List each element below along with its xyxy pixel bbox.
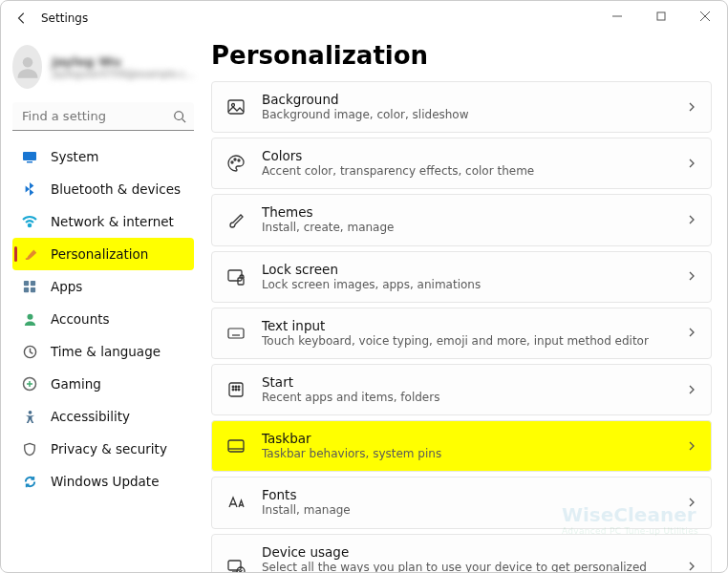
chevron-right-icon (686, 98, 697, 117)
svg-rect-18 (228, 100, 244, 114)
setting-title: Themes (262, 204, 671, 220)
svg-rect-8 (27, 161, 32, 163)
setting-item-start[interactable]: Start Recent apps and items, folders (211, 364, 712, 415)
chevron-right-icon (686, 494, 697, 512)
svg-rect-10 (24, 281, 29, 286)
search-input[interactable] (12, 102, 194, 131)
start-icon (225, 381, 246, 398)
setting-title: Fonts (262, 487, 671, 502)
sidebar-item-label: Network & internet (51, 214, 174, 229)
fonts-icon (225, 493, 246, 512)
svg-point-14 (27, 313, 32, 319)
setting-title: Text input (262, 318, 671, 333)
back-button[interactable] (9, 5, 35, 32)
avatar (12, 45, 42, 89)
shield-icon (22, 441, 37, 456)
setting-title: Colors (262, 148, 671, 163)
svg-point-19 (232, 104, 235, 107)
sidebar-item-network[interactable]: Network & internet (12, 205, 194, 238)
sidebar-item-accounts[interactable]: Accounts (12, 303, 194, 335)
close-button[interactable] (683, 1, 727, 32)
svg-point-36 (235, 389, 237, 391)
sidebar-item-system[interactable]: System (12, 140, 194, 173)
palette-icon (225, 154, 246, 173)
profile[interactable]: Jayleg Wu jayleguser0709@example.c... (12, 45, 194, 89)
setting-title: Device usage (262, 544, 671, 560)
svg-rect-13 (31, 287, 35, 292)
setting-desc: Background image, color, slideshow (262, 107, 671, 122)
setting-item-fonts[interactable]: Fonts Install, manage (211, 477, 712, 528)
main-content: Personalization Background Background im… (202, 35, 727, 572)
setting-desc: Accent color, transparency effects, colo… (262, 163, 671, 179)
setting-item-themes[interactable]: Themes Install, create, manage (211, 194, 712, 245)
setting-item-taskbar[interactable]: Taskbar Taskbar behaviors, system pins (211, 420, 712, 472)
setting-title: Taskbar (262, 431, 671, 446)
page-title: Personalization (211, 41, 712, 70)
keyboard-icon (225, 324, 246, 343)
clock-icon (22, 344, 37, 359)
profile-name: Jayleg Wu (52, 54, 194, 69)
sidebar-item-label: Personalization (51, 246, 148, 262)
svg-point-9 (29, 224, 32, 227)
search-icon (173, 109, 186, 127)
svg-point-34 (238, 386, 240, 388)
minimize-button[interactable] (595, 1, 639, 32)
setting-title: Start (262, 374, 671, 390)
sidebar-item-label: Time & language (51, 344, 161, 359)
svg-point-35 (232, 389, 234, 391)
setting-desc: Recent apps and items, folders (262, 390, 671, 405)
window-controls (595, 1, 727, 32)
sidebar: Jayleg Wu jayleguser0709@example.c... Sy… (1, 35, 202, 572)
setting-desc: Lock screen images, apps, animations (262, 277, 671, 292)
system-icon (22, 149, 37, 164)
sidebar-item-update[interactable]: Windows Update (12, 465, 194, 498)
bluetooth-icon (22, 181, 37, 197)
sidebar-item-label: Apps (51, 279, 82, 294)
sidebar-item-gaming[interactable]: Gaming (12, 368, 194, 400)
sidebar-item-label: Windows Update (51, 474, 159, 489)
setting-desc: Select all the ways you plan to use your… (262, 560, 671, 573)
title-bar: Settings (1, 1, 727, 35)
svg-point-17 (28, 410, 32, 414)
setting-title: Lock screen (262, 262, 671, 277)
chevron-right-icon (686, 558, 697, 572)
setting-item-text-input[interactable]: Text input Touch keyboard, voice typing,… (211, 308, 712, 359)
sidebar-item-apps[interactable]: Apps (12, 270, 194, 303)
profile-email: jayleguser0709@example.c... (52, 69, 194, 79)
apps-icon (22, 279, 37, 294)
accessibility-icon (22, 409, 37, 424)
sidebar-item-label: Accounts (51, 311, 110, 327)
svg-rect-7 (23, 152, 36, 160)
setting-item-device-usage[interactable]: Device usage Select all the ways you pla… (211, 534, 712, 573)
setting-item-lock-screen[interactable]: Lock screen Lock screen images, apps, an… (211, 251, 712, 303)
brush-icon (225, 210, 246, 229)
sidebar-item-personalization[interactable]: Personalization (12, 238, 194, 270)
svg-line-6 (182, 119, 186, 123)
maximize-button[interactable] (639, 1, 683, 32)
person-icon (22, 311, 37, 327)
sidebar-item-label: Bluetooth & devices (51, 181, 181, 197)
sidebar-item-time[interactable]: Time & language (12, 335, 194, 368)
window-title: Settings (41, 11, 88, 25)
image-icon (225, 97, 246, 117)
update-icon (22, 474, 37, 489)
svg-point-37 (238, 389, 240, 391)
setting-item-colors[interactable]: Colors Accent color, transparency effect… (211, 138, 712, 189)
setting-desc: Install, create, manage (262, 220, 671, 235)
svg-rect-11 (31, 281, 35, 286)
setting-desc: Touch keyboard, voice typing, emoji and … (262, 333, 671, 349)
sidebar-item-bluetooth[interactable]: Bluetooth & devices (12, 173, 194, 205)
setting-desc: Taskbar behaviors, system pins (262, 446, 671, 461)
sidebar-item-accessibility[interactable]: Accessibility (12, 400, 194, 433)
chevron-right-icon (686, 211, 697, 229)
sidebar-item-privacy[interactable]: Privacy & security (12, 433, 194, 465)
svg-rect-40 (228, 561, 241, 570)
lock-screen-icon (225, 267, 246, 286)
svg-rect-25 (228, 329, 244, 338)
chevron-right-icon (686, 155, 697, 173)
chevron-right-icon (686, 267, 697, 286)
svg-rect-12 (24, 287, 29, 292)
setting-item-background[interactable]: Background Background image, color, slid… (211, 81, 712, 133)
sidebar-item-label: Gaming (51, 376, 101, 392)
brush-icon (22, 246, 37, 262)
